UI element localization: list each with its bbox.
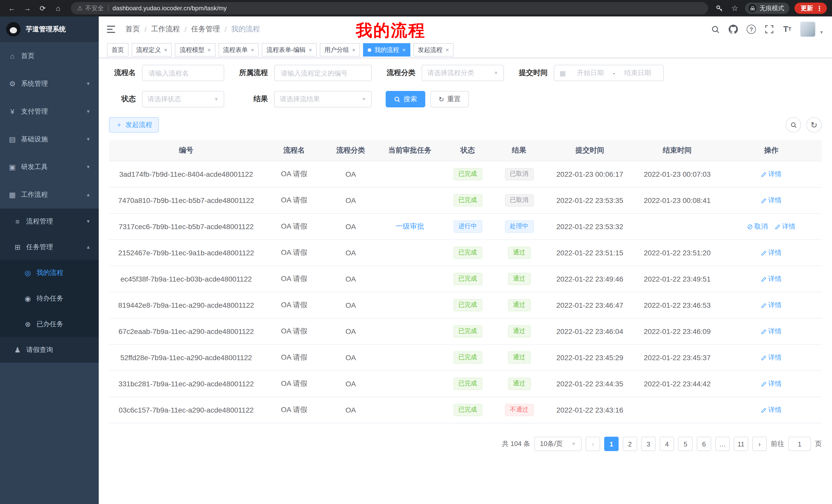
close-icon[interactable]: ×: [309, 47, 312, 53]
page-button-4[interactable]: 4: [660, 437, 674, 451]
breadcrumb-current: 我的流程: [231, 25, 260, 34]
forward-icon[interactable]: →: [21, 2, 34, 15]
back-icon[interactable]: ←: [5, 2, 19, 15]
fullscreen-icon[interactable]: [764, 24, 774, 34]
sidebar-item-workflow[interactable]: ▦ 工作流程 ▲: [0, 181, 99, 208]
sidebar-item-todo-tasks[interactable]: ◉ 待办任务: [0, 286, 99, 311]
end-date-placeholder[interactable]: 结束日期: [617, 68, 658, 78]
app-logo-row[interactable]: 芋道管理系统: [0, 17, 99, 42]
sidebar-item-home[interactable]: ⌂ 首页: [0, 42, 99, 70]
reload-icon[interactable]: ⟳: [36, 2, 49, 15]
tab-process-model[interactable]: 流程模型×: [175, 43, 215, 57]
close-icon[interactable]: ×: [207, 47, 211, 53]
toggle-search-icon[interactable]: [786, 117, 801, 133]
detail-link[interactable]: 详情: [775, 222, 796, 231]
goto-page-input[interactable]: [788, 437, 811, 451]
process-definition-input[interactable]: [274, 65, 372, 81]
sidebar-item-task-management[interactable]: ⊞ 任务管理 ▲: [0, 234, 99, 260]
search-icon[interactable]: [710, 24, 721, 34]
tab-home[interactable]: 首页: [107, 43, 129, 57]
font-size-icon[interactable]: TT: [782, 24, 792, 34]
page-button-6[interactable]: 6: [697, 437, 711, 451]
address-bar[interactable]: ⚠ 不安全 dashboard.yudao.iocoder.cn/bpm/tas…: [71, 2, 708, 15]
caret-down-icon[interactable]: ▼: [819, 30, 824, 35]
detail-link[interactable]: 详情: [761, 301, 782, 310]
not-secure-label[interactable]: ⚠ 不安全: [77, 4, 104, 12]
detail-link[interactable]: 详情: [761, 405, 782, 415]
sidebar-item-system[interactable]: ⚙ 系统管理 ▼: [0, 70, 99, 97]
detail-link[interactable]: 详情: [761, 379, 782, 388]
status-select[interactable]: 请选择状态▼: [142, 91, 224, 107]
cell-end-time: 2022-01-23 00:07:03: [633, 161, 721, 187]
page-url[interactable]: dashboard.yudao.iocoder.cn/bpm/task/my: [113, 5, 227, 12]
screen: ← → ⟳ ⌂ ⚠ 不安全 dashboard.yudao.iocoder.cn…: [0, 0, 832, 504]
github-icon[interactable]: [728, 24, 738, 34]
page-button-1[interactable]: 1: [604, 437, 619, 451]
edit-icon: [761, 276, 767, 282]
page-button-5[interactable]: 5: [678, 437, 693, 451]
current-task-link[interactable]: 一级审批: [395, 222, 424, 230]
sidebar-item-process-management[interactable]: ≡ 流程管理 ▼: [0, 208, 99, 234]
prev-page-button[interactable]: ‹: [586, 437, 600, 451]
sidebar-item-infrastructure[interactable]: ▤ 基础设施 ▼: [0, 125, 99, 153]
search-button[interactable]: 搜索: [386, 91, 425, 107]
more-pages-button[interactable]: …: [715, 437, 730, 451]
goto-page-input-field[interactable]: [791, 440, 808, 448]
sidebar-item-my-process[interactable]: ◎ 我的流程: [0, 260, 99, 286]
browser-update-button[interactable]: 更新 ⋮: [795, 3, 827, 14]
detail-link[interactable]: 详情: [761, 248, 782, 257]
process-name-input-field[interactable]: [148, 68, 218, 77]
detail-link[interactable]: 详情: [761, 196, 782, 205]
breadcrumb-separator: /: [145, 25, 147, 33]
process-name-input[interactable]: [142, 65, 224, 81]
sidebar-item-leave-query[interactable]: ♟ 请假查询: [0, 337, 99, 363]
browser-menu-icon[interactable]: ⋮: [816, 4, 823, 12]
close-icon[interactable]: ×: [352, 47, 356, 53]
page-size-select[interactable]: 10条/页 ▼: [534, 437, 581, 451]
tab-my-process[interactable]: 我的流程×: [363, 43, 410, 57]
tab-process-form[interactable]: 流程表单×: [218, 43, 259, 57]
tab-start-process[interactable]: 发起流程×: [413, 43, 453, 57]
incognito-badge[interactable]: 无痕模式: [745, 3, 789, 14]
page-button-11[interactable]: 11: [734, 437, 748, 451]
browser-home-icon[interactable]: ⌂: [51, 2, 65, 15]
tab-process-definition[interactable]: 流程定义×: [132, 43, 172, 57]
tab-user-group[interactable]: 用户分组×: [320, 43, 360, 57]
cancel-link[interactable]: 取消: [747, 222, 768, 231]
avatar[interactable]: [800, 22, 815, 37]
start-process-button[interactable]: ＋ 发起流程: [109, 117, 159, 133]
breadcrumb-task-management[interactable]: 任务管理: [191, 25, 220, 34]
breadcrumb-workflow[interactable]: 工作流程: [151, 25, 180, 34]
page-button-3[interactable]: 3: [641, 437, 656, 451]
page-button-2[interactable]: 2: [623, 437, 637, 451]
scissors-icon: ⊗: [24, 320, 32, 328]
sidebar-item-payment[interactable]: ¥ 支付管理 ▼: [0, 97, 99, 125]
help-icon[interactable]: ?: [746, 24, 756, 34]
detail-link[interactable]: 详情: [761, 327, 782, 336]
sidebar-item-devtools[interactable]: ▣ 研发工具 ▼: [0, 153, 99, 181]
start-date-placeholder[interactable]: 开始日期: [570, 68, 611, 78]
detail-link[interactable]: 详情: [761, 274, 782, 284]
pagination: 共 104 条 10条/页 ▼ ‹ 1 2 3 4 5 6 … 11 › 前往: [109, 437, 822, 451]
close-icon[interactable]: ×: [402, 47, 406, 53]
chevron-up-icon: ▲: [86, 245, 90, 250]
next-page-button[interactable]: ›: [752, 437, 767, 451]
close-icon[interactable]: ×: [251, 47, 254, 53]
date-range-picker[interactable]: ▦ 开始日期 - 结束日期: [554, 65, 664, 81]
sidebar-item-done-tasks[interactable]: ⊗ 已办任务: [0, 311, 99, 337]
process-definition-input-field[interactable]: [280, 68, 366, 77]
detail-link[interactable]: 详情: [761, 170, 782, 179]
close-icon[interactable]: ×: [164, 47, 167, 53]
collapse-sidebar-icon[interactable]: [107, 24, 118, 35]
password-key-icon[interactable]: [714, 3, 725, 13]
breadcrumb-separator: /: [185, 25, 187, 33]
bookmark-star-icon[interactable]: ☆: [730, 3, 740, 13]
reset-button[interactable]: ↻ 重置: [431, 91, 469, 107]
breadcrumb-home[interactable]: 首页: [126, 25, 140, 34]
detail-link[interactable]: 详情: [761, 353, 782, 362]
result-select[interactable]: 请选择流结果▼: [274, 91, 372, 107]
close-icon[interactable]: ×: [446, 47, 449, 53]
tab-process-form-edit[interactable]: 流程表单-编辑×: [262, 43, 317, 57]
category-select[interactable]: 请选择流程分类▼: [422, 65, 504, 81]
refresh-table-icon[interactable]: ↻: [806, 117, 822, 133]
